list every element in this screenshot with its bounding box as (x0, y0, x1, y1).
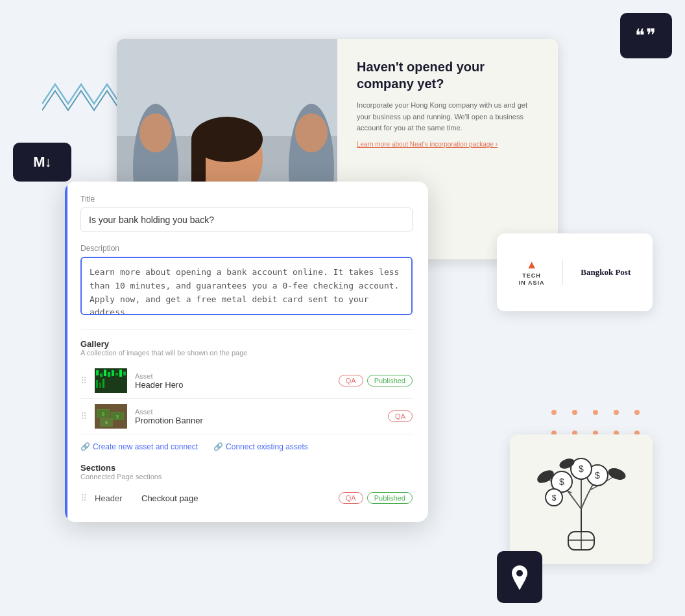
svg-rect-36 (104, 370, 106, 376)
gallery-title: Gallery (80, 339, 413, 349)
qa-badge: QA (339, 492, 363, 504)
quote-icon: ❝❞ (620, 13, 672, 58)
asset-thumbnail-hero (95, 368, 127, 393)
section-drag-handle[interactable]: ⠿ (80, 493, 87, 503)
description-label: Description (80, 244, 413, 253)
asset-info: Asset Header Hero (135, 372, 331, 390)
link-icon: 🔗 (80, 442, 90, 451)
bangkokpost-logo: Bangkok Post (581, 267, 631, 278)
gallery-subtitle: A collection of images that will be show… (80, 349, 413, 357)
svg-text:$: $ (559, 477, 564, 487)
sections-subtitle: Connected Page sections (80, 473, 413, 480)
section-badges: QA Published (339, 492, 413, 504)
svg-rect-44 (102, 379, 104, 388)
svg-point-1 (516, 570, 523, 576)
pin-icon (497, 551, 542, 603)
description-textarea[interactable]: Learn more about opening a bank account … (80, 257, 413, 315)
svg-rect-40 (119, 370, 122, 377)
svg-text:$: $ (116, 414, 119, 419)
asset-thumbnail-promo: $ $ $ (95, 404, 127, 429)
title-field-group: Title (80, 195, 413, 232)
description-field-group: Description Learn more about opening a b… (80, 244, 413, 318)
svg-text:$: $ (105, 420, 108, 425)
sections-area: Sections Connected Page sections ⠿ Heade… (80, 463, 413, 509)
title-input[interactable] (80, 207, 413, 232)
sections-title: Sections (80, 463, 413, 473)
asset-badges: QA (388, 410, 413, 422)
section-type: Header (95, 493, 134, 503)
svg-rect-39 (115, 373, 118, 375)
asset-info: Asset Promotion Banner (135, 408, 380, 425)
drag-handle[interactable]: ⠿ (80, 411, 87, 421)
svg-rect-35 (100, 373, 102, 377)
svg-rect-38 (112, 370, 114, 376)
gallery-header: Gallery A collection of images that will… (80, 339, 413, 357)
svg-point-16 (139, 113, 172, 152)
media-logos-card: ▲ TECH IN ASIA Bangkok Post (497, 233, 653, 311)
plant-illustration-card: $ $ $ $ (510, 434, 653, 564)
svg-rect-42 (96, 380, 98, 388)
asset-item: ⠿ Asset (80, 363, 413, 399)
techinasia-logo: ▲ TECH IN ASIA (519, 258, 545, 286)
svg-text:$: $ (552, 493, 557, 503)
drag-handle[interactable]: ⠿ (80, 375, 87, 386)
svg-marker-2 (513, 578, 526, 590)
published-badge: Published (367, 492, 413, 504)
title-label: Title (80, 195, 413, 204)
connect-links: 🔗 Create new asset and connect 🔗 Connect… (80, 442, 413, 451)
landing-card-description: Incorporate your Hong Kong company with … (357, 100, 538, 134)
link-icon: 🔗 (213, 442, 223, 451)
svg-rect-9 (191, 139, 206, 185)
svg-text:$: $ (579, 464, 584, 474)
svg-text:$: $ (102, 412, 104, 416)
qa-badge: QA (388, 410, 413, 422)
svg-text:$: $ (595, 470, 600, 480)
asset-item: ⠿ $ $ $ Asset Promotion Banner (80, 399, 413, 434)
connect-existing-link[interactable]: 🔗 Connect existing assets (213, 442, 308, 451)
sections-header: Sections Connected Page sections (80, 463, 413, 480)
svg-rect-41 (123, 372, 126, 375)
svg-rect-43 (99, 383, 101, 388)
published-badge: Published (367, 375, 413, 386)
landing-card-link: Learn more about Neat's incorporation pa… (357, 141, 538, 148)
section-row: ⠿ Header Checkout page QA Published (80, 487, 413, 509)
create-asset-link[interactable]: 🔗 Create new asset and connect (80, 442, 198, 451)
gallery-section: Gallery A collection of images that will… (80, 329, 413, 451)
asset-badges: QA Published (339, 375, 413, 386)
svg-rect-37 (108, 372, 110, 377)
markdown-icon: M↓ (13, 143, 71, 182)
cms-form-card: Title Description Learn more about openi… (65, 182, 428, 522)
section-name: Checkout page (141, 493, 331, 503)
svg-rect-33 (95, 368, 127, 393)
svg-point-18 (295, 113, 328, 152)
svg-rect-34 (96, 370, 99, 375)
landing-card-title: Haven't opened your company yet? (357, 58, 538, 92)
qa-badge: QA (339, 375, 363, 386)
